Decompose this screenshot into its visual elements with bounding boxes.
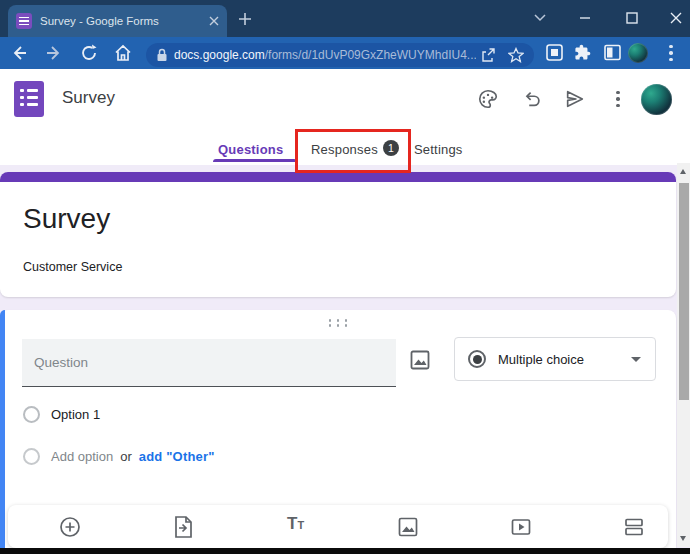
padlock-icon: [156, 48, 168, 62]
scroll-up-arrow-icon[interactable]: [680, 169, 686, 174]
add-question-icon[interactable]: [58, 515, 82, 539]
account-avatar[interactable]: [641, 84, 672, 115]
add-option-row[interactable]: Add option or add "Other": [23, 448, 215, 465]
or-text: or: [120, 449, 132, 464]
capture-extension-icon[interactable]: [546, 44, 563, 61]
form-title-field[interactable]: Survey: [23, 203, 110, 235]
home-button[interactable]: [114, 44, 132, 62]
red-highlight-annotation: [295, 129, 411, 173]
share-icon[interactable]: [480, 47, 496, 63]
scrollbar-thumb[interactable]: [679, 183, 689, 400]
bookmark-star-icon[interactable]: [508, 47, 524, 63]
form-header-card[interactable]: Survey Customer Service: [0, 172, 676, 297]
document-title[interactable]: Survey: [62, 88, 115, 108]
tab-questions[interactable]: Questions: [218, 142, 283, 157]
option-radio-icon: [23, 406, 40, 423]
minimize-button[interactable]: [571, 6, 599, 30]
reload-button[interactable]: [80, 44, 98, 62]
undo-icon[interactable]: [521, 88, 543, 110]
add-question-image-icon[interactable]: [408, 348, 434, 374]
add-image-icon[interactable]: [396, 515, 420, 539]
tab-title: Survey - Google Forms: [40, 15, 205, 27]
add-option-label[interactable]: Add option: [51, 449, 113, 464]
option-row-1[interactable]: Option 1: [23, 406, 100, 423]
browser-window: Survey - Google Forms: [0, 0, 690, 554]
scroll-down-arrow-icon[interactable]: [680, 536, 686, 541]
window-chevron-icon[interactable]: [526, 6, 554, 30]
theme-color-banner: [0, 172, 676, 182]
forward-button[interactable]: [45, 44, 63, 62]
add-section-icon[interactable]: [622, 515, 646, 539]
form-description-field[interactable]: Customer Service: [23, 260, 122, 274]
add-title-icon[interactable]: TT: [284, 515, 308, 539]
dropdown-caret-icon: [631, 357, 641, 362]
multiple-choice-icon: [468, 350, 486, 368]
maximize-button[interactable]: [618, 6, 646, 30]
url-text: docs.google.com/forms/d/1dUvP09GxZheWUYM…: [174, 48, 476, 62]
question-text-input[interactable]: [22, 339, 396, 387]
tab-settings[interactable]: Settings: [414, 142, 463, 157]
import-questions-icon[interactable]: [171, 515, 195, 539]
drag-handle-icon[interactable]: [326, 318, 350, 328]
back-button[interactable]: [10, 44, 28, 62]
url-path: /forms/d/1dUvP09GxZheWUYMhdIU4...: [265, 48, 476, 62]
new-tab-button[interactable]: [238, 12, 252, 26]
add-other-link[interactable]: add "Other": [139, 449, 215, 464]
browser-tab[interactable]: Survey - Google Forms: [8, 5, 227, 37]
browser-profile-avatar[interactable]: [628, 43, 648, 63]
question-toolbar: TT: [8, 505, 668, 548]
forms-more-menu-icon[interactable]: [607, 88, 629, 110]
option-1-label[interactable]: Option 1: [51, 407, 100, 422]
theme-palette-icon[interactable]: [477, 88, 499, 110]
address-bar[interactable]: docs.google.com/forms/d/1dUvP09GxZheWUYM…: [146, 43, 534, 67]
send-icon[interactable]: [564, 88, 586, 110]
add-option-radio-icon: [23, 448, 40, 465]
close-window-button[interactable]: [662, 6, 690, 30]
window-bottom-edge: [0, 548, 690, 554]
question-type-dropdown[interactable]: Multiple choice: [454, 337, 656, 381]
google-forms-favicon: [16, 13, 32, 29]
browser-titlebar: Survey - Google Forms: [0, 0, 690, 37]
page-scrollbar[interactable]: [677, 163, 690, 547]
url-domain: docs.google.com: [174, 48, 265, 62]
side-panel-icon[interactable]: [604, 44, 621, 61]
browser-menu-icon[interactable]: [660, 42, 682, 64]
selected-question-indicator: [0, 310, 5, 548]
tab-close-icon[interactable]: [209, 16, 219, 26]
extensions-puzzle-icon[interactable]: [574, 44, 591, 61]
add-video-icon[interactable]: [509, 515, 533, 539]
active-tab-underline: [213, 159, 297, 162]
google-forms-logo[interactable]: [14, 81, 44, 117]
question-type-label: Multiple choice: [498, 352, 631, 367]
